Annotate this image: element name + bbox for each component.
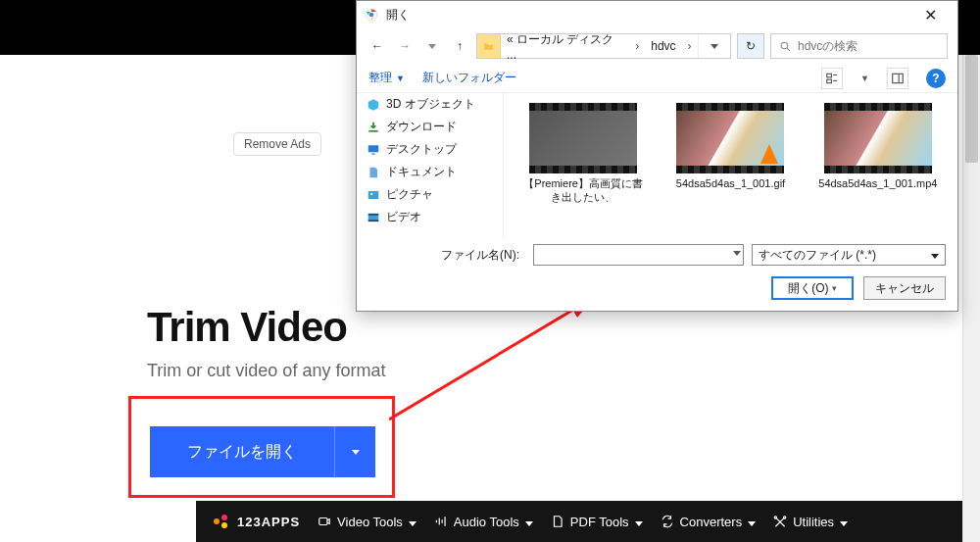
dialog-nav: ← → ↑ « ローカル ディスク ... › hdvc › ↻ hdvcの検索 bbox=[357, 28, 957, 64]
chevron-down-icon bbox=[748, 515, 756, 529]
chevron-down-icon bbox=[840, 515, 848, 529]
open-file-dropdown[interactable] bbox=[334, 426, 375, 477]
tree-item-pictures[interactable]: ピクチャ bbox=[357, 183, 503, 206]
chevron-down-icon bbox=[525, 515, 533, 529]
search-input[interactable]: hdvcの検索 bbox=[770, 33, 948, 59]
chevron-down-icon bbox=[635, 515, 643, 529]
chevron-down-icon bbox=[409, 515, 416, 529]
filename-input[interactable] bbox=[533, 244, 744, 266]
tree-item-desktop[interactable]: デスクトップ bbox=[357, 138, 503, 161]
file-item[interactable]: 54dsa5d4as_1_001.mp4 bbox=[816, 103, 940, 228]
refresh-button[interactable]: ↻ bbox=[737, 33, 764, 59]
view-options-dropdown[interactable]: ▼ bbox=[860, 74, 869, 83]
svg-rect-15 bbox=[827, 79, 832, 83]
breadcrumb-separator[interactable]: › bbox=[682, 34, 698, 58]
chrome-icon bbox=[365, 8, 378, 22]
breadcrumb-current[interactable]: hdvc bbox=[645, 34, 681, 58]
tree-item-documents[interactable]: ドキュメント bbox=[357, 161, 503, 183]
nav-forward[interactable]: → bbox=[394, 35, 416, 57]
nav-video-tools[interactable]: Video Tools bbox=[318, 515, 416, 529]
svg-point-12 bbox=[781, 42, 788, 49]
nav-pdf-tools[interactable]: PDF Tools bbox=[551, 515, 643, 529]
preview-pane-button[interactable] bbox=[887, 68, 908, 89]
svg-rect-20 bbox=[368, 129, 377, 131]
svg-rect-23 bbox=[368, 190, 379, 198]
address-bar[interactable]: « ローカル ディスク ... › hdvc › bbox=[476, 33, 731, 59]
file-item[interactable]: 54dsa5d4as_1_001.gif bbox=[668, 103, 792, 228]
file-label: 【Premiere】高画質に書き出したい、 bbox=[521, 177, 645, 205]
page-scrollbar[interactable] bbox=[962, 55, 980, 542]
nav-audio-tools[interactable]: Audio Tools bbox=[434, 515, 533, 529]
organize-menu[interactable]: 整理 ▼ bbox=[368, 70, 405, 86]
file-open-dialog: 開く ✕ ← → ↑ « ローカル ディスク ... › hdvc › ↻ hd… bbox=[356, 0, 958, 312]
logo[interactable]: 123APPS bbox=[214, 515, 300, 529]
search-icon bbox=[779, 40, 792, 53]
page-title: Trim Video bbox=[147, 304, 347, 351]
dialog-toolbar: 整理 ▼ 新しいフォルダー ▼ ? bbox=[357, 64, 957, 93]
folder-icon bbox=[477, 34, 501, 58]
open-file-highlight: ファイルを開く bbox=[128, 396, 395, 498]
search-placeholder: hdvcの検索 bbox=[798, 38, 858, 55]
filetype-select[interactable]: すべてのファイル (*.*) bbox=[752, 244, 946, 266]
svg-rect-1 bbox=[319, 518, 327, 525]
page-subtitle: Trim or cut video of any format bbox=[147, 361, 385, 381]
chevron-down-icon bbox=[931, 248, 939, 262]
svg-point-24 bbox=[370, 192, 372, 194]
file-label: 54dsa5d4as_1_001.mp4 bbox=[818, 177, 937, 191]
svg-line-13 bbox=[787, 48, 790, 51]
svg-point-11 bbox=[369, 13, 374, 18]
help-button[interactable]: ? bbox=[926, 69, 946, 88]
new-folder-button[interactable]: 新しいフォルダー bbox=[422, 70, 516, 86]
scrollbar-thumb[interactable] bbox=[965, 55, 978, 163]
dialog-open-button[interactable]: 開く(O) ▾ bbox=[771, 276, 854, 300]
dialog-cancel-button[interactable]: キャンセル bbox=[863, 276, 946, 300]
close-button[interactable]: ✕ bbox=[910, 1, 950, 28]
address-dropdown[interactable] bbox=[698, 34, 730, 58]
remove-ads-button[interactable]: Remove Ads bbox=[233, 132, 321, 156]
folder-tree: 3D オブジェクト ダウンロード デスクトップ ドキュメント ピクチャ ビデオ bbox=[357, 93, 504, 238]
app-bottom-bar: 123APPS Video Tools Audio Tools PDF Tool… bbox=[196, 501, 962, 542]
tree-item-videos[interactable]: ビデオ bbox=[357, 206, 503, 228]
nav-back[interactable]: ← bbox=[367, 35, 388, 57]
nav-up[interactable]: ↑ bbox=[449, 35, 470, 57]
dialog-titlebar[interactable]: 開く ✕ bbox=[357, 1, 957, 28]
view-options-button[interactable] bbox=[821, 68, 843, 89]
filename-label: ファイル名(N): bbox=[368, 247, 525, 264]
breadcrumb-parent[interactable]: « ローカル ディスク ... bbox=[501, 34, 629, 58]
dialog-buttons: 開く(O) ▾ キャンセル bbox=[357, 271, 957, 309]
svg-rect-18 bbox=[893, 74, 904, 82]
dialog-filename-row: ファイル名(N): すべてのファイル (*.*) bbox=[357, 238, 957, 271]
svg-rect-14 bbox=[827, 74, 832, 77]
svg-rect-27 bbox=[368, 220, 379, 222]
nav-utilities[interactable]: Utilities bbox=[773, 515, 848, 529]
nav-history-dropdown[interactable] bbox=[421, 35, 443, 57]
dialog-title: 開く bbox=[386, 7, 903, 24]
svg-rect-22 bbox=[371, 153, 375, 154]
file-list: 【Premiere】高画質に書き出したい、 54dsa5d4as_1_001.g… bbox=[504, 93, 957, 238]
tree-item-downloads[interactable]: ダウンロード bbox=[357, 116, 503, 138]
file-item[interactable]: 【Premiere】高画質に書き出したい、 bbox=[521, 103, 645, 228]
logo-text: 123APPS bbox=[237, 515, 300, 529]
open-file-button[interactable]: ファイルを開く bbox=[150, 426, 375, 477]
breadcrumb-separator[interactable]: › bbox=[629, 34, 645, 58]
svg-rect-21 bbox=[368, 145, 379, 152]
open-file-label: ファイルを開く bbox=[150, 426, 334, 477]
tree-item-3d-objects[interactable]: 3D オブジェクト bbox=[357, 93, 503, 116]
nav-converters[interactable]: Converters bbox=[661, 515, 757, 529]
vlc-icon bbox=[760, 144, 778, 164]
svg-rect-26 bbox=[368, 213, 379, 215]
file-label: 54dsa5d4as_1_001.gif bbox=[676, 177, 785, 191]
